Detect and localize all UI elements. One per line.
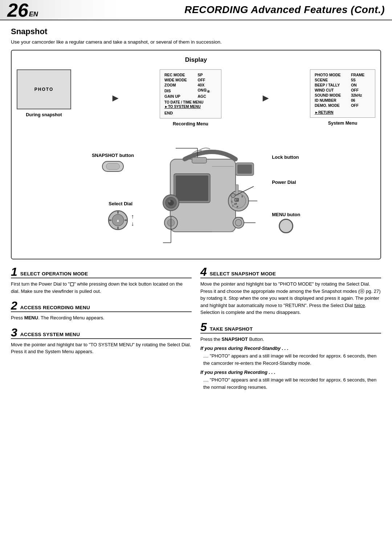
step-4-title: SELECT SNAPSHOT MODE [210, 271, 276, 278]
lock-button-label: Lock button [272, 154, 299, 160]
section-title: Snapshot [11, 27, 381, 36]
svg-rect-9 [176, 175, 208, 201]
page-number: 26 [7, 1, 28, 20]
menu-button-illustration [279, 219, 293, 233]
svg-point-33 [235, 219, 242, 226]
panel-system-menu: PHOTO MODEFRAME SCENE5S BEEP / TALLYON W… [310, 69, 375, 126]
step-3-header: 3 ACCESS SYSTEM MENU [11, 327, 192, 339]
to-date-time-link: TO DATE / TIME MENU [164, 100, 217, 104]
svg-text:P: P [237, 206, 238, 208]
step-1: 1 SELECT OPERATION MODE First turn the P… [11, 266, 192, 295]
camcorder-diagram: S S M A P L A Y [141, 137, 265, 246]
step-5: 5 TAKE SNAPSHOT Press the SNAPSHOT Butto… [200, 321, 381, 391]
step-2-title: ACCESS RECORDING MENU [20, 305, 90, 311]
arrow-2: ► [261, 92, 271, 104]
note-1-heading: If you press during Record-Standby . . . [200, 346, 381, 351]
power-dial-annotation: Power Dial [272, 179, 296, 186]
table-row: REC MODESP [164, 73, 217, 78]
table-row: BEEP / TALLYON [315, 83, 371, 88]
svg-text:Y: Y [232, 205, 234, 207]
return-label: ►RETURN [315, 110, 371, 114]
step-4: 4 SELECT SNAPSHOT MODE Move the pointer … [200, 266, 381, 316]
recording-menu-caption: Recording Menu [173, 121, 208, 126]
end-label: END [164, 111, 217, 115]
table-row: SCENE5S [315, 78, 371, 83]
menu-button-label: MENU buton [272, 212, 300, 217]
note-2-text: .... "PHOTO" appears and a still image w… [200, 376, 381, 391]
system-menu-caption: System Menu [328, 121, 358, 126]
panel-during-snapshot: PHOTO During snapshot [17, 69, 71, 117]
display-panels: PHOTO During snapshot ► REC MODESP WIDE … [17, 69, 375, 126]
page-content: Snapshot Use your camcorder like a regul… [0, 20, 392, 403]
svg-point-27 [231, 193, 235, 198]
select-dial-annotation: Select Dial ▲ [107, 201, 134, 231]
table-row: DEMO. MODEOFF [315, 103, 371, 108]
table-row: DISON①④ [164, 88, 217, 94]
svg-rect-2 [117, 211, 119, 214]
step-4-body: Move the pointer and highlight bar to "P… [200, 280, 381, 316]
snapshot-button-inner [106, 163, 120, 170]
lock-button-annotation: Lock button [272, 154, 299, 161]
svg-rect-28 [192, 157, 207, 163]
select-dial-svg: ▲ [107, 209, 129, 231]
menu-button-annotation: MENU buton [272, 212, 300, 233]
recording-menu-table: REC MODESP WIDE MODEOFF ZOOM40X DISON①④ … [164, 73, 217, 99]
step-5-body: Press the SNAPSHOT Button. [200, 336, 381, 343]
display-label: Display [17, 56, 375, 64]
power-dial-label: Power Dial [272, 179, 296, 185]
step-5-number: 5 [200, 321, 207, 333]
diagram-area: SNAPSHOT button Select Dial [17, 130, 375, 254]
table-row: GAIN UPAGC [164, 94, 217, 99]
snapshot-screen: PHOTO [17, 69, 71, 109]
step-3: 3 ACCESS SYSTEM MENU Move the pointer an… [11, 327, 192, 355]
svg-text:▲: ▲ [116, 218, 120, 222]
step-1-header: 1 SELECT OPERATION MODE [11, 266, 192, 278]
step-2: 2 ACCESS RECORDING MENU Press MENU. The … [11, 300, 192, 322]
step-5-header: 5 TAKE SNAPSHOT [200, 321, 381, 334]
steps-right-col: 4 SELECT SNAPSHOT MODE Move the pointer … [200, 266, 381, 396]
svg-rect-3 [117, 227, 119, 230]
step-2-header: 2 ACCESS RECORDING MENU [11, 300, 192, 312]
page-title: RECORDING Advanced Features (Cont.) [184, 4, 385, 16]
left-annotations: SNAPSHOT button Select Dial [92, 153, 134, 231]
svg-point-15 [168, 200, 171, 202]
step-4-header: 4 SELECT SNAPSHOT MODE [200, 266, 381, 278]
system-menu-panel: PHOTO MODEFRAME SCENE5S BEEP / TALLYON W… [310, 69, 375, 118]
panel-recording-menu: REC MODESP WIDE MODEOFF ZOOM40X DISON①④ … [160, 69, 221, 126]
page-header: 26 EN RECORDING Advanced Features (Cont.… [0, 0, 392, 20]
svg-rect-5 [124, 219, 127, 221]
to-system-menu-link: ►TO SYSTEM MENU [164, 105, 217, 109]
steps-section: 1 SELECT OPERATION MODE First turn the P… [11, 266, 381, 396]
table-row: ID NUMBER06 [315, 98, 371, 103]
step-1-number: 1 [11, 266, 17, 278]
steps-left-col: 1 SELECT OPERATION MODE First turn the P… [11, 266, 192, 396]
step-3-body: Move the pointer and highlight bar to "T… [11, 341, 192, 355]
camcorder-svg: S S M A P L A Y [141, 137, 265, 246]
dial-arrows: ↑ ↓ [131, 213, 134, 227]
snapshot-photo-label: PHOTO [34, 87, 53, 92]
step-4-number: 4 [200, 266, 207, 278]
step-2-number: 2 [11, 300, 17, 311]
step-1-title: SELECT OPERATION MODE [20, 271, 88, 278]
snapshot-button-annotation: SNAPSHOT button [92, 153, 134, 172]
recording-menu-panel: REC MODESP WIDE MODEOFF ZOOM40X DISON①④ … [160, 69, 221, 118]
svg-rect-11 [237, 165, 252, 174]
intro-text: Use your camcorder like a regular camera… [11, 39, 381, 45]
system-menu-table: PHOTO MODEFRAME SCENE5S BEEP / TALLYON W… [315, 73, 371, 108]
svg-rect-4 [109, 219, 111, 221]
note-2-heading: If you press during Recording . . . [200, 370, 381, 375]
display-box: Display PHOTO During snapshot ► REC MODE… [11, 50, 381, 259]
snapshot-button-label: SNAPSHOT button [92, 153, 134, 158]
svg-text:S: S [241, 195, 243, 198]
svg-text:L: L [232, 200, 233, 203]
table-row: ZOOM40X [164, 83, 217, 88]
step-2-body: Press MENU. The Recording Menu appears. [11, 314, 192, 322]
table-row: SOUND MODE32kHz [315, 93, 371, 98]
step-3-title: ACCESS SYSTEM MENU [20, 332, 80, 338]
svg-text:A: A [234, 203, 236, 205]
page-en-suffix: EN [29, 11, 38, 18]
step-3-number: 3 [11, 327, 17, 338]
step-5-title: TAKE SNAPSHOT [210, 326, 253, 333]
svg-text:M: M [236, 199, 238, 201]
snapshot-button-illustration [102, 161, 124, 172]
